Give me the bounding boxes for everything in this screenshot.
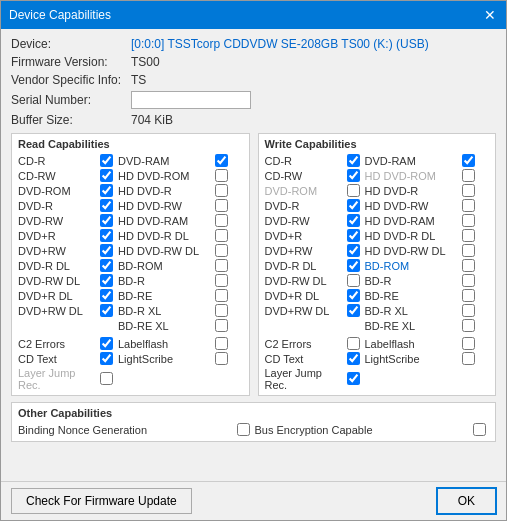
checkbox-cell [462,154,476,168]
write-bdrxl-checkbox[interactable] [462,304,475,317]
list-item: CD-R [265,155,345,167]
other-cap-grid: Binding Nonce Generation Bus Encryption … [18,423,489,437]
checkbox-cell [347,372,361,386]
write-c2errors-checkbox[interactable] [347,337,360,350]
read-hddvdram-checkbox[interactable] [215,214,228,227]
write-bdrom-checkbox[interactable] [462,259,475,272]
read-bdrom-checkbox[interactable] [215,259,228,272]
read-dvdrom-checkbox[interactable] [100,184,113,197]
write-hddvdrwdl-checkbox[interactable] [462,244,475,257]
write-bdr-checkbox[interactable] [462,274,475,287]
write-hddvdram-checkbox[interactable] [462,214,475,227]
write-bdre-checkbox[interactable] [462,289,475,302]
device-row: Device: [0:0:0] TSSTcorp CDDVDW SE-208GB… [11,37,496,51]
checkbox-cell [347,199,361,213]
read-labelflash-checkbox[interactable] [215,337,228,350]
list-item: DVD-RW [18,215,98,227]
checkbox-cell [215,337,229,351]
read-bdr-checkbox[interactable] [215,274,228,287]
write-extra-caps: C2 Errors Labelflash CD Text LightScribe… [265,337,490,391]
write-dvdr-checkbox[interactable] [347,199,360,212]
read-dvdprw-checkbox[interactable] [100,244,113,257]
read-dvdrwdl-checkbox[interactable] [100,274,113,287]
write-cdr-checkbox[interactable] [347,154,360,167]
write-dvdrw-checkbox[interactable] [347,214,360,227]
write-dvdprwdl-checkbox[interactable] [347,304,360,317]
list-item: DVD+RW [18,245,98,257]
write-lightscribe-checkbox[interactable] [462,352,475,365]
read-dvdprwdl-checkbox[interactable] [100,304,113,317]
read-cdrw-checkbox[interactable] [100,169,113,182]
close-button[interactable]: ✕ [482,7,498,23]
write-dvdprdl-checkbox[interactable] [347,289,360,302]
read-hddvdrom-checkbox[interactable] [215,169,228,182]
read-bdre-checkbox[interactable] [215,289,228,302]
list-item: DVD-ROM [18,185,98,197]
serial-input[interactable] [131,91,251,109]
list-item: Labelflash [118,338,213,350]
write-hddvdrw-checkbox[interactable] [462,199,475,212]
read-hddvdrw-checkbox[interactable] [215,199,228,212]
read-layerjump-checkbox[interactable] [100,372,113,385]
checkbox-cell [473,423,487,437]
read-hddvdrwdl-checkbox[interactable] [215,244,228,257]
list-item: HD DVD-RW DL [118,245,213,257]
write-dvdram-checkbox[interactable] [462,154,475,167]
write-dvdrom-checkbox[interactable] [347,184,360,197]
ok-button[interactable]: OK [437,488,496,514]
bus-encryption-checkbox[interactable] [473,423,486,436]
read-c2errors-checkbox[interactable] [100,337,113,350]
firmware-update-button[interactable]: Check For Firmware Update [11,488,192,514]
binding-nonce-checkbox[interactable] [237,423,250,436]
list-item: HD DVD-R [365,185,460,197]
list-item: DVD+R [265,230,345,242]
write-hddvdrom-checkbox[interactable] [462,169,475,182]
read-dvdpr-checkbox[interactable] [100,229,113,242]
list-item: DVD+R DL [18,290,98,302]
checkbox-cell [100,184,114,198]
write-dvdrwdl-checkbox[interactable] [347,274,360,287]
checkbox-cell [215,214,229,228]
write-cdrw-checkbox[interactable] [347,169,360,182]
read-hddvdrdl-checkbox[interactable] [215,229,228,242]
write-layerjump-checkbox[interactable] [347,372,360,385]
list-item: CD Text [265,353,345,365]
checkbox-cell [347,337,361,351]
list-item: CD-RW [18,170,98,182]
write-dvdpr-checkbox[interactable] [347,229,360,242]
checkbox-cell [215,244,229,258]
read-dvdr-checkbox[interactable] [100,199,113,212]
checkbox-cell [462,199,476,213]
read-bdrxl-checkbox[interactable] [215,304,228,317]
write-hddvdr-checkbox[interactable] [462,184,475,197]
list-item: Bus Encryption Capable [255,424,472,436]
read-hddvdr-checkbox[interactable] [215,184,228,197]
firmware-row: Firmware Version: TS00 [11,55,496,69]
read-bdrexl-checkbox[interactable] [215,319,228,332]
write-dvdrdl-checkbox[interactable] [347,259,360,272]
checkbox-cell [100,229,114,243]
checkbox-cell [100,169,114,183]
list-item: DVD+RW DL [18,305,98,317]
serial-row: Serial Number: [11,91,496,109]
list-item: HD DVD-R DL [118,230,213,242]
checkbox-cell [462,214,476,228]
write-bdrexl-checkbox[interactable] [462,319,475,332]
list-item: Labelflash [365,338,460,350]
read-cdtext-checkbox[interactable] [100,352,113,365]
write-dvdprw-checkbox[interactable] [347,244,360,257]
read-dvdrdl-checkbox[interactable] [100,259,113,272]
read-lightscribe-checkbox[interactable] [215,352,228,365]
write-labelflash-checkbox[interactable] [462,337,475,350]
checkbox-cell [462,304,476,318]
list-item: DVD+R [18,230,98,242]
write-cdtext-checkbox[interactable] [347,352,360,365]
read-dvdprdl-checkbox[interactable] [100,289,113,302]
vendor-value: TS [131,73,146,87]
list-item: Binding Nonce Generation [18,424,235,436]
read-dvdram-checkbox[interactable] [215,154,228,167]
write-hddvdrdl-checkbox[interactable] [462,229,475,242]
read-dvdrw-checkbox[interactable] [100,214,113,227]
read-cdr-checkbox[interactable] [100,154,113,167]
read-cap-title: Read Capabilities [18,138,243,150]
